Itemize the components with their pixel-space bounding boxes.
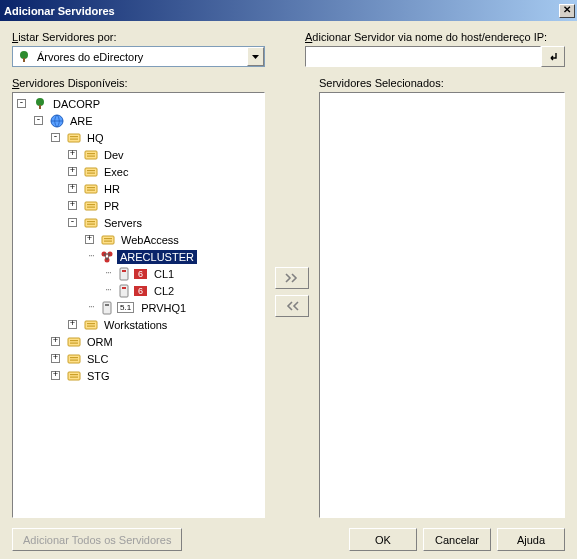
collapse-icon[interactable]: - (17, 99, 26, 108)
tree-connector: ··· (85, 301, 97, 312)
version-badge-6: 6 (134, 286, 147, 296)
lists-row: Servidores Disponíveis: - DACORP - (12, 77, 565, 518)
svg-rect-25 (104, 238, 112, 239)
window-close-button[interactable]: ✕ (559, 4, 575, 18)
expand-icon[interactable]: + (51, 354, 60, 363)
combobox-text: Árvores do eDirectory (35, 51, 247, 63)
ou-icon (66, 130, 82, 146)
list-by-combobox[interactable]: Árvores do eDirectory (12, 46, 265, 67)
tree-node-pr[interactable]: +PR (68, 197, 264, 214)
expand-icon[interactable]: + (68, 184, 77, 193)
chevrons-right-icon (285, 273, 299, 283)
svg-rect-7 (70, 136, 78, 137)
svg-rect-15 (85, 185, 97, 193)
collapse-icon[interactable]: - (68, 218, 77, 227)
svg-rect-44 (70, 359, 78, 360)
tree-node-hq[interactable]: - HQ (51, 129, 264, 146)
selected-list[interactable] (319, 92, 565, 518)
help-button[interactable]: Ajuda (497, 528, 565, 551)
svg-rect-10 (87, 153, 95, 154)
ou-icon (83, 181, 99, 197)
tree-node-cl1[interactable]: ···6CL1 (102, 265, 264, 282)
ou-icon (83, 164, 99, 180)
combobox-dropdown-button[interactable] (247, 47, 264, 66)
dialog-body: Listar Servidores por: Árvores do eDirec… (0, 21, 577, 559)
svg-rect-23 (87, 223, 95, 224)
svg-rect-43 (70, 357, 78, 358)
tree-node-hr[interactable]: +HR (68, 180, 264, 197)
tree-node-orm[interactable]: +ORM (51, 333, 264, 350)
ou-icon (66, 351, 82, 367)
available-tree[interactable]: - DACORP - ARE (12, 92, 265, 518)
window-title: Adicionar Servidores (4, 5, 559, 17)
add-host-label: Adicionar Servidor via nome do host/ende… (305, 31, 565, 43)
server-icon (116, 266, 132, 282)
cancel-button[interactable]: Cancelar (423, 528, 491, 551)
ou-icon (66, 368, 82, 384)
tree-node-are[interactable]: - ARE (34, 112, 264, 129)
tree-node-prvhq1[interactable]: ···5.1PRVHQ1 (85, 299, 264, 316)
svg-rect-42 (68, 355, 80, 363)
cluster-icon (99, 249, 115, 265)
svg-rect-47 (70, 376, 78, 377)
ou-icon (83, 215, 99, 231)
tree-node-webaccess[interactable]: +WebAccess (85, 231, 264, 248)
tree-node-servers[interactable]: -Servers (68, 214, 264, 231)
svg-rect-9 (85, 151, 97, 159)
svg-rect-30 (120, 268, 128, 280)
top-row: Listar Servidores por: Árvores do eDirec… (12, 31, 565, 67)
svg-rect-40 (70, 340, 78, 341)
svg-rect-13 (87, 170, 95, 171)
svg-rect-33 (122, 287, 126, 289)
version-badge-6: 6 (134, 269, 147, 279)
tree-node-workstations[interactable]: +Workstations (68, 316, 264, 333)
ok-button[interactable]: OK (349, 528, 417, 551)
move-left-button[interactable] (275, 295, 309, 317)
ou-icon (100, 232, 116, 248)
list-by-label: Listar Servidores por: (12, 31, 265, 43)
svg-marker-2 (252, 55, 259, 59)
expand-icon[interactable]: + (68, 167, 77, 176)
transfer-buttons (273, 77, 311, 518)
tree-node-stg[interactable]: +STG (51, 367, 264, 384)
svg-rect-22 (87, 221, 95, 222)
svg-rect-11 (87, 155, 95, 156)
expand-icon[interactable]: + (51, 337, 60, 346)
svg-rect-46 (70, 374, 78, 375)
add-host-button[interactable] (541, 46, 565, 67)
tree-node-dacorp[interactable]: - DACORP (17, 95, 264, 112)
collapse-icon[interactable]: - (51, 133, 60, 142)
titlebar: Adicionar Servidores ✕ (0, 0, 577, 21)
selected-panel: Servidores Selecionados: (319, 77, 565, 518)
expand-icon[interactable]: + (68, 201, 77, 210)
collapse-icon[interactable]: - (34, 116, 43, 125)
ou-icon (83, 147, 99, 163)
svg-rect-8 (70, 138, 78, 139)
tree-icon (32, 96, 48, 112)
svg-rect-1 (23, 58, 25, 62)
host-input[interactable] (305, 46, 541, 67)
tree-node-slc[interactable]: +SLC (51, 350, 264, 367)
svg-rect-41 (70, 342, 78, 343)
tree-node-dev[interactable]: +Dev (68, 146, 264, 163)
expand-icon[interactable]: + (51, 371, 60, 380)
svg-rect-37 (87, 323, 95, 324)
tree-node-exec[interactable]: +Exec (68, 163, 264, 180)
tree-connector: ··· (102, 267, 114, 278)
expand-icon[interactable]: + (68, 150, 77, 159)
svg-rect-21 (85, 219, 97, 227)
selected-label: Servidores Selecionados: (319, 77, 565, 89)
available-panel: Servidores Disponíveis: - DACORP - (12, 77, 265, 518)
add-all-button[interactable]: Adicionar Todos os Servidores (12, 528, 182, 551)
expand-icon[interactable]: + (68, 320, 77, 329)
svg-rect-39 (68, 338, 80, 346)
expand-icon[interactable]: + (85, 235, 94, 244)
tree-node-arecluster[interactable]: ···ARECLUSTER (85, 248, 264, 265)
ou-icon (66, 334, 82, 350)
tree-node-cl2[interactable]: ···6CL2 (102, 282, 264, 299)
move-right-button[interactable] (275, 267, 309, 289)
available-label: Servidores Disponíveis: (12, 77, 265, 89)
ou-icon (83, 198, 99, 214)
svg-rect-34 (103, 302, 111, 314)
footer: Adicionar Todos os Servidores OK Cancela… (12, 518, 565, 551)
